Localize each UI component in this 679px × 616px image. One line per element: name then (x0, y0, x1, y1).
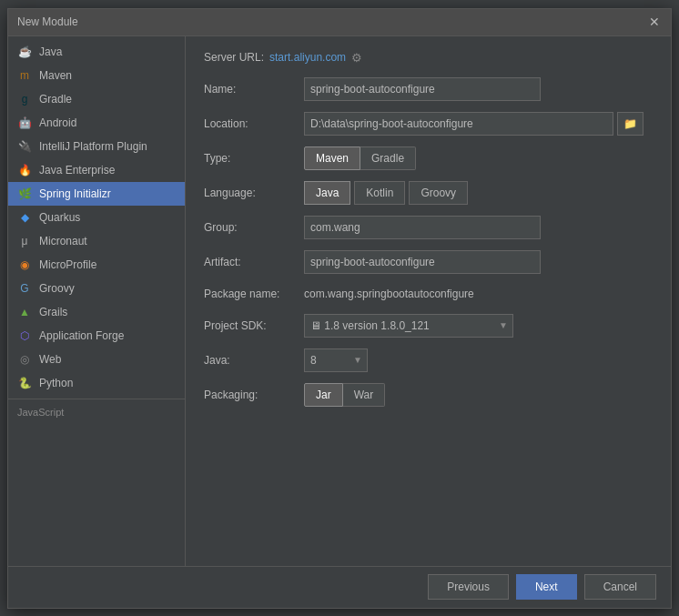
appforge-icon: ⬡ (17, 328, 32, 343)
sidebar: ☕JavamMavengGradle🤖Android🔌IntelliJ Plat… (8, 36, 186, 566)
location-row: Location: 📁 (204, 112, 653, 136)
web-icon: ◎ (17, 352, 32, 367)
sidebar-item-label-intellij: IntelliJ Platform Plugin (39, 140, 147, 153)
grails-icon: ▲ (17, 305, 32, 319)
previous-button[interactable]: Previous (428, 574, 509, 600)
project-sdk-row: Project SDK: 🖥 1.8 version 1.8.0_121 ▼ (204, 314, 653, 338)
packaging-label: Packaging: (204, 389, 304, 401)
project-sdk-select-wrapper: 🖥 1.8 version 1.8.0_121 ▼ (304, 314, 513, 338)
cancel-button[interactable]: Cancel (584, 574, 656, 600)
quarkus-icon: ◆ (17, 210, 32, 225)
java-row: Java: 8 11 17 ▼ (204, 348, 653, 372)
dialog-content: ☕JavamMavengGradle🤖Android🔌IntelliJ Plat… (8, 36, 671, 566)
package-name-value: com.wang.springbootautoconfigure (304, 285, 474, 303)
close-button[interactable]: ✕ (647, 15, 662, 29)
groovy-icon: G (17, 281, 32, 296)
sidebar-item-quarkus[interactable]: ◆Quarkus (8, 206, 185, 229)
dialog-title: New Module (17, 15, 647, 28)
sidebar-item-web[interactable]: ◎Web (8, 348, 185, 371)
language-kotlin-button[interactable]: Kotlin (354, 181, 405, 205)
sidebar-item-label-groovy: Groovy (39, 282, 75, 295)
sidebar-item-java[interactable]: ☕Java (8, 40, 185, 64)
microprofile-icon: ◉ (17, 258, 32, 272)
intellij-icon: 🔌 (17, 139, 32, 154)
group-row: Group: (204, 216, 653, 239)
sidebar-item-micronaut[interactable]: μMicronaut (8, 229, 185, 253)
new-module-dialog: New Module ✕ ☕JavamMavengGradle🤖Android🔌… (7, 8, 672, 609)
sidebar-item-groovy[interactable]: GGroovy (8, 277, 185, 300)
sidebar-item-label-gradle: Gradle (39, 93, 72, 106)
name-label: Name: (204, 83, 304, 96)
sidebar-section-javascript: JavaScript (8, 403, 185, 421)
packaging-button-group: Jar War (304, 383, 385, 407)
dialog-footer: Previous Next Cancel (8, 566, 671, 608)
server-url-link[interactable]: start.aliyun.com (269, 51, 346, 64)
type-button-group: Maven Gradle (304, 146, 416, 170)
title-bar: New Module ✕ (8, 9, 671, 36)
gear-icon[interactable]: ⚙ (351, 51, 362, 65)
type-maven-button[interactable]: Maven (304, 146, 360, 170)
type-row: Type: Maven Gradle (204, 146, 653, 170)
name-row: Name: (204, 77, 653, 101)
project-sdk-label: Project SDK: (204, 319, 304, 332)
sidebar-item-label-quarkus: Quarkus (39, 211, 80, 224)
sidebar-item-label-spring: Spring Initializr (39, 187, 111, 200)
language-java-button[interactable]: Java (304, 181, 350, 205)
sidebar-item-intellij[interactable]: 🔌IntelliJ Platform Plugin (8, 135, 185, 158)
spring-icon: 🌿 (17, 187, 32, 201)
packaging-war-button[interactable]: War (343, 383, 386, 407)
sidebar-item-label-web: Web (39, 353, 61, 366)
name-input[interactable] (304, 77, 541, 101)
server-url-label: Server URL: (204, 51, 264, 64)
language-label: Language: (204, 187, 304, 199)
sidebar-item-label-android: Android (39, 116, 76, 129)
location-input[interactable] (304, 112, 613, 136)
sidebar-item-label-appforge: Application Forge (39, 329, 124, 342)
sidebar-item-label-python: Python (39, 377, 73, 389)
language-row: Language: Java Kotlin Groovy (204, 181, 653, 205)
group-input[interactable] (304, 216, 541, 239)
package-name-row: Package name: com.wang.springbootautocon… (204, 285, 653, 303)
sidebar-item-label-enterprise: Java Enterprise (39, 164, 115, 177)
micronaut-icon: μ (17, 234, 32, 248)
java-select-wrapper: 8 11 17 ▼ (304, 348, 368, 372)
language-groovy-button[interactable]: Groovy (409, 181, 468, 205)
sidebar-item-spring[interactable]: 🌿Spring Initializr (8, 182, 185, 206)
gradle-icon: g (17, 92, 32, 106)
packaging-row: Packaging: Jar War (204, 383, 653, 407)
sidebar-item-appforge[interactable]: ⬡Application Forge (8, 324, 185, 348)
sidebar-item-grails[interactable]: ▲Grails (8, 300, 185, 324)
packaging-jar-button[interactable]: Jar (304, 383, 343, 407)
type-gradle-button[interactable]: Gradle (360, 146, 416, 170)
language-button-group: Java Kotlin Groovy (304, 181, 471, 205)
sidebar-item-label-microprofile: MicroProfile (39, 258, 96, 271)
java-icon: ☕ (17, 45, 32, 59)
artifact-label: Artifact: (204, 256, 304, 268)
sidebar-item-enterprise[interactable]: 🔥Java Enterprise (8, 158, 185, 182)
sidebar-item-maven[interactable]: mMaven (8, 64, 185, 87)
sidebar-item-microprofile[interactable]: ◉MicroProfile (8, 253, 185, 277)
sidebar-item-label-micronaut: Micronaut (39, 235, 87, 247)
sidebar-item-label-java: Java (39, 45, 62, 58)
enterprise-icon: 🔥 (17, 163, 32, 177)
folder-browse-button[interactable]: 📁 (617, 112, 644, 136)
artifact-row: Artifact: (204, 250, 653, 274)
artifact-input[interactable] (304, 250, 541, 274)
java-label: Java: (204, 354, 304, 367)
android-icon: 🤖 (17, 116, 32, 130)
project-sdk-select[interactable]: 🖥 1.8 version 1.8.0_121 (304, 314, 513, 338)
package-name-label: Package name: (204, 288, 304, 300)
location-field-group: 📁 (304, 112, 653, 136)
java-version-select[interactable]: 8 11 17 (304, 348, 368, 372)
sidebar-item-python[interactable]: 🐍Python (8, 371, 185, 395)
next-button[interactable]: Next (516, 574, 577, 600)
sidebar-item-gradle[interactable]: gGradle (8, 87, 185, 111)
sidebar-item-label-maven: Maven (39, 69, 72, 82)
type-label: Type: (204, 152, 304, 165)
main-panel: Server URL: start.aliyun.com ⚙ Name: Loc… (186, 36, 671, 566)
location-label: Location: (204, 117, 304, 130)
group-label: Group: (204, 221, 304, 234)
maven-icon: m (17, 68, 32, 83)
server-url-row: Server URL: start.aliyun.com ⚙ (204, 51, 653, 65)
sidebar-item-android[interactable]: 🤖Android (8, 111, 185, 135)
